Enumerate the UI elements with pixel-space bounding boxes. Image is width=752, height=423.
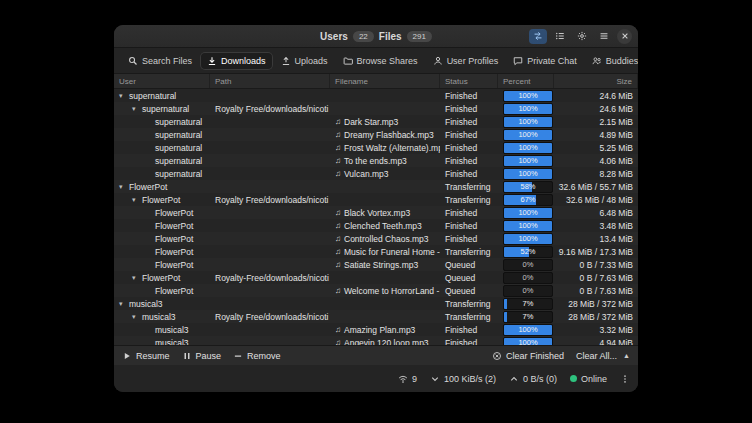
percent-cell: 7% [498, 297, 554, 310]
tab-private-chat[interactable]: Private Chat [506, 52, 584, 70]
table-row[interactable]: supernatural♫Dreamy Flashback.mp3Finishe… [114, 128, 638, 141]
user-name: FlowerPot [155, 208, 193, 218]
column-header-filename[interactable]: Filename [330, 74, 440, 88]
progress-bar: 100% [503, 103, 553, 115]
expander-icon[interactable]: ▾ [119, 300, 129, 308]
table-row[interactable]: supernatural♫Frost Waltz (Alternate).mp3… [114, 141, 638, 154]
table-row[interactable]: FlowerPot♫Music for Funeral Home - Part … [114, 245, 638, 258]
table-row[interactable]: FlowerPot♫Clenched Teeth.mp3Finished100%… [114, 219, 638, 232]
tab-search-files[interactable]: Search Files [121, 52, 199, 70]
progress-bar: 100% [503, 168, 553, 180]
user-cell: supernatural [114, 167, 210, 180]
expander-icon[interactable]: ▾ [132, 196, 142, 204]
clear-all-menubutton[interactable]: Clear All...▲ [576, 351, 630, 361]
column-header-status[interactable]: Status [440, 74, 498, 88]
table-row[interactable]: ▾FlowerPotRoyalty-Free/downloads/nicotiQ… [114, 271, 638, 284]
filename-cell: ♫Satiate Strings.mp3 [330, 258, 440, 271]
expander-icon[interactable]: ▾ [132, 313, 142, 321]
remove-button[interactable]: Remove [233, 351, 281, 361]
user-name: musical3 [155, 325, 189, 335]
filename-cell: ♫Vulcan.mp3 [330, 167, 440, 180]
filename-cell: ♫Dark Star.mp3 [330, 115, 440, 128]
column-header-user[interactable]: User [114, 74, 210, 88]
clear-finished-button[interactable]: Clear Finished [492, 351, 564, 361]
files-count-badge: 291 [407, 31, 432, 42]
path-cell: Royalty Free/downloads/nicoti [210, 193, 330, 206]
minus-icon [233, 351, 243, 361]
percent-cell: 67% [498, 193, 554, 206]
clear-circle-icon [492, 351, 502, 361]
tab-label: Uploads [295, 56, 328, 66]
tab-browse-shares[interactable]: Browse Shares [336, 52, 425, 70]
column-header-percent[interactable]: Percent [498, 74, 554, 88]
progress-bar: 100% [503, 324, 553, 336]
list-view-button[interactable] [551, 29, 569, 44]
music-note-icon: ♫ [335, 169, 341, 178]
expander-icon[interactable]: ▾ [119, 92, 129, 100]
table-row[interactable]: ▾supernaturalFinished100%24.6 MiB [114, 89, 638, 102]
resume-icon [122, 351, 132, 361]
table-row[interactable]: ▾supernaturalRoyalty Free/downloads/nico… [114, 102, 638, 115]
table-row[interactable]: supernatural♫To the ends.mp3Finished100%… [114, 154, 638, 167]
filename-cell: ♫Amazing Plan.mp3 [330, 323, 440, 336]
tab-uploads[interactable]: Uploads [274, 52, 335, 70]
progress-bar: 100% [503, 116, 553, 128]
remove-label: Remove [247, 351, 281, 361]
resume-button[interactable]: Resume [122, 351, 170, 361]
table-row[interactable]: FlowerPot♫Controlled Chaos.mp3Finished10… [114, 232, 638, 245]
table-row[interactable]: musical3♫Angevin 120 loop.mp3Finished100… [114, 336, 638, 345]
table-row[interactable]: ▾FlowerPotTransferring58%32.6 MiB / 55.7… [114, 180, 638, 193]
size-cell: 24.6 MiB [554, 89, 638, 102]
download-speed-indicator[interactable]: 100 KiB/s (2) [430, 374, 496, 384]
table-row[interactable]: musical3♫Amazing Plan.mp3Finished100%3.3… [114, 323, 638, 336]
expander-icon[interactable]: ▾ [119, 183, 129, 191]
person-icon [433, 56, 443, 66]
close-window-button[interactable] [617, 29, 632, 44]
online-status[interactable]: Online [570, 374, 607, 384]
path-cell [210, 167, 330, 180]
table-row[interactable]: FlowerPot♫Satiate Strings.mp3Queued0%0 B… [114, 258, 638, 271]
tab-downloads[interactable]: Downloads [200, 52, 273, 70]
expander-icon[interactable]: ▾ [132, 105, 142, 113]
percent-cell: 100% [498, 115, 554, 128]
expander-icon[interactable]: ▾ [132, 274, 142, 282]
online-status-dot [570, 375, 577, 382]
statusbar-menu-button[interactable] [620, 374, 630, 384]
table-row[interactable]: FlowerPot♫Black Vortex.mp3Finished100%6.… [114, 206, 638, 219]
size-cell: 0 B / 7.63 MiB [554, 284, 638, 297]
table-row[interactable]: FlowerPot♫Welcome to HorrorLand - hi.mp3… [114, 284, 638, 297]
path-cell [210, 245, 330, 258]
column-header-size[interactable]: Size [554, 74, 638, 88]
path-cell [210, 89, 330, 102]
progress-label: 100% [504, 143, 552, 153]
user-cell: ▾musical3 [114, 297, 210, 310]
progress-bar: 100% [503, 207, 553, 219]
filename-text: Angevin 120 loop.mp3 [344, 338, 429, 346]
table-row[interactable]: ▾FlowerPotRoyalty Free/downloads/nicotiT… [114, 193, 638, 206]
status-cell: Queued [440, 258, 498, 271]
connections-indicator[interactable]: 9 [398, 374, 417, 384]
pause-button[interactable]: Pause [182, 351, 222, 361]
column-header-path[interactable]: Path [210, 74, 330, 88]
status-cell: Transferring [440, 193, 498, 206]
user-name: supernatural [155, 156, 202, 166]
size-cell: 24.6 MiB [554, 102, 638, 115]
pause-icon [182, 351, 192, 361]
upload-speed-indicator[interactable]: 0 B/s (0) [509, 374, 557, 384]
percent-cell: 100% [498, 219, 554, 232]
table-row[interactable]: supernatural♫Vulcan.mp3Finished100%8.28 … [114, 167, 638, 180]
status-cell: Finished [440, 167, 498, 180]
percent-cell: 100% [498, 128, 554, 141]
path-cell [210, 258, 330, 271]
tab-user-profiles[interactable]: User Profiles [426, 52, 506, 70]
filename-text: Clenched Teeth.mp3 [344, 221, 422, 231]
main-menu-button[interactable] [595, 29, 613, 44]
table-row[interactable]: ▾musical3Transferring7%28 MiB / 372 MiB [114, 297, 638, 310]
table-row[interactable]: supernatural♫Dark Star.mp3Finished100%2.… [114, 115, 638, 128]
tab-buddies[interactable]: Buddies [585, 52, 638, 70]
user-cell: FlowerPot [114, 232, 210, 245]
table-row[interactable]: ▾musical3Royalty Free/downloads/nicotiTr… [114, 310, 638, 323]
preferences-button[interactable] [573, 29, 591, 44]
progress-bar: 100% [503, 233, 553, 245]
connection-toggle-button[interactable] [529, 29, 547, 44]
